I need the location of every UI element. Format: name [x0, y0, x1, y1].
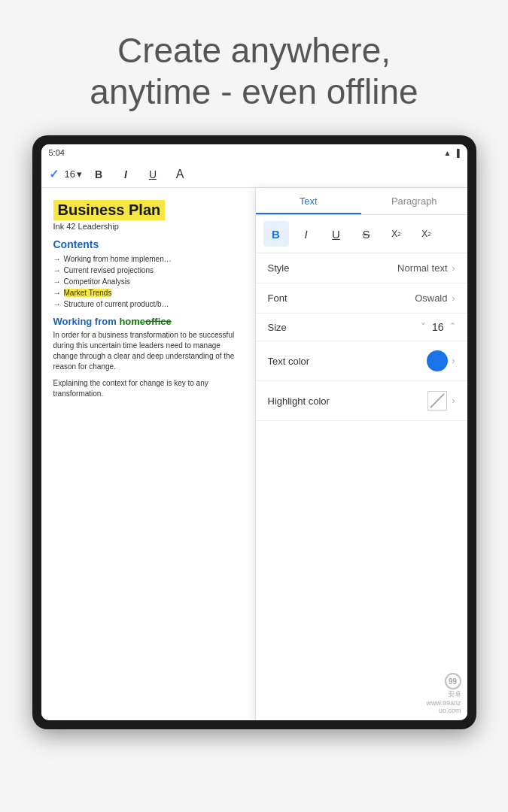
tablet-screen: 5:04 ▲ ▐ ✓ 16 ▾ B I U A — [41, 144, 467, 720]
font-size-dropdown-icon: ▾ — [77, 168, 82, 180]
checkmark-button[interactable]: ✓ — [49, 167, 59, 181]
list-arrow-icon: → — [53, 266, 61, 274]
style-label: Style — [268, 262, 290, 274]
tab-text[interactable]: Text — [256, 188, 362, 214]
list-item: → Working from home implemen… — [53, 255, 243, 263]
text-color-swatch — [427, 350, 448, 371]
text-color-row[interactable]: Text color › — [256, 341, 467, 381]
font-size-selector[interactable]: 16 ▾ — [65, 168, 82, 180]
watermark-logo: 99 — [445, 673, 461, 689]
content-area: Business Plan Ink 42 Leadership Contents… — [41, 188, 467, 720]
style-chevron-icon: › — [452, 263, 455, 274]
hero-line2: anytime - even offline — [90, 72, 418, 111]
highlight-color-row[interactable]: Highlight color › — [256, 381, 467, 421]
document-area: Business Plan Ink 42 Leadership Contents… — [41, 188, 255, 720]
underline-button[interactable]: U — [142, 164, 163, 185]
font-value-group: Oswald › — [415, 292, 455, 304]
font-size-value: 16 — [65, 168, 75, 180]
document-toolbar: ✓ 16 ▾ B I U A — [41, 161, 467, 188]
bold-button[interactable]: B — [88, 164, 109, 185]
font-row[interactable]: Font Oswald › — [256, 283, 467, 314]
font-button[interactable]: A — [169, 164, 190, 185]
panel-strikethrough-button[interactable]: S — [354, 221, 379, 247]
contents-heading: Contents — [53, 238, 243, 250]
list-arrow-icon: → — [53, 277, 61, 286]
list-item: → Structure of current product/b… — [53, 300, 243, 308]
status-bar: 5:04 ▲ ▐ — [41, 144, 467, 161]
size-up-button[interactable]: ˄ — [450, 321, 455, 333]
signal-icon: ▲ — [444, 149, 452, 157]
font-value: Oswald — [415, 292, 447, 304]
panel-bold-button[interactable]: B — [263, 221, 289, 247]
battery-icon: ▐ — [454, 149, 459, 157]
document-subtitle: Ink 42 Leadership — [53, 222, 243, 231]
size-controls: ˅ 16 ˄ — [421, 321, 455, 333]
panel-subscript-button[interactable]: X2 — [414, 221, 440, 247]
highlight-color-label: Highlight color — [268, 395, 330, 407]
status-time: 5:04 — [49, 148, 65, 157]
text-color-value-group: › — [427, 350, 455, 371]
list-arrow-icon: → — [53, 289, 61, 297]
hero-line1: Create anywhere, — [117, 31, 391, 70]
hero-section: Create anywhere, anytime - even offline — [44, 0, 463, 135]
text-color-chevron-icon: › — [452, 356, 455, 366]
list-arrow-icon: → — [53, 300, 61, 308]
size-value: 16 — [432, 321, 444, 333]
format-buttons-row: B I U S X2 X2 — [256, 215, 467, 253]
document-title: Business Plan — [53, 200, 166, 220]
highlight-chevron-icon: › — [452, 395, 455, 406]
paragraph-2: Explaining the context for change is key… — [53, 378, 243, 399]
list-item: → Competitor Analysis — [53, 277, 243, 286]
size-row: Size ˅ 16 ˄ — [256, 314, 467, 341]
panel-italic-button[interactable]: I — [294, 221, 319, 247]
style-value-group: Normal text › — [397, 262, 455, 274]
style-row[interactable]: Style Normal text › — [256, 253, 467, 283]
panel-superscript-button[interactable]: X2 — [384, 221, 409, 247]
font-chevron-icon: › — [452, 293, 455, 304]
italic-button[interactable]: I — [115, 164, 136, 185]
size-down-button[interactable]: ˅ — [421, 321, 426, 333]
highlighted-text: Market Trends — [64, 289, 112, 297]
style-value: Normal text — [397, 262, 447, 274]
watermark: 99 安卓 www.99anzuo.com — [426, 673, 461, 714]
font-label: Font — [268, 292, 287, 304]
tab-paragraph[interactable]: Paragraph — [361, 188, 467, 214]
doc-subheading: Working from homeoffice — [53, 316, 243, 327]
paragraph-1: In order for a business transformation t… — [53, 330, 243, 372]
format-panel: Text Paragraph B I U S X2 X2 Style Norma… — [255, 188, 467, 720]
highlight-color-value-group: › — [427, 390, 455, 411]
text-color-label: Text color — [268, 356, 310, 367]
tablet-device: 5:04 ▲ ▐ ✓ 16 ▾ B I U A — [32, 135, 476, 729]
list-item: → Current revised projections — [53, 266, 243, 274]
status-icons: ▲ ▐ — [444, 149, 460, 157]
size-label: Size — [268, 322, 287, 333]
panel-tabs: Text Paragraph — [256, 188, 467, 215]
panel-underline-button[interactable]: U — [324, 221, 349, 247]
list-item: → Market Trends — [53, 289, 243, 297]
highlight-color-swatch — [427, 390, 448, 411]
list-arrow-icon: → — [53, 255, 61, 263]
